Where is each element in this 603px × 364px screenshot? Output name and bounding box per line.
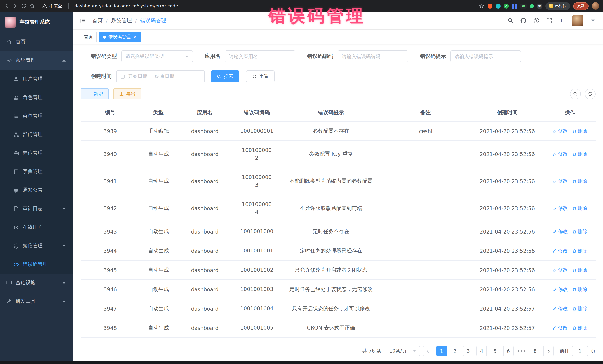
column-header: 类型 <box>140 104 177 121</box>
delete-link[interactable]: 删除 <box>572 151 587 157</box>
prev-page-button[interactable] <box>423 346 433 356</box>
paused-label: 已暂停 <box>555 3 567 9</box>
edit-link[interactable]: 修改 <box>553 151 568 157</box>
browser-home-icon[interactable] <box>29 3 35 9</box>
extension-icon[interactable]: ✓ <box>504 3 509 8</box>
edit-link[interactable]: 修改 <box>553 305 568 312</box>
delete-link[interactable]: 删除 <box>572 128 587 134</box>
tab-首页[interactable]: 首页 <box>80 32 97 42</box>
error-hint-input[interactable] <box>451 50 521 62</box>
font-size-icon[interactable]: TT <box>559 17 566 24</box>
github-icon[interactable] <box>520 17 527 24</box>
page-button-8[interactable]: 8 <box>530 346 540 356</box>
sidebar-item-audit-log[interactable]: 审计日志 <box>0 199 73 218</box>
sidebar-item-label: 在线用户 <box>23 224 43 231</box>
edit-link[interactable]: 修改 <box>553 286 568 293</box>
tab-错误码管理[interactable]: 错误码管理× <box>99 32 141 42</box>
sidebar-item-online-users[interactable]: 在线用户 <box>0 218 73 236</box>
edit-link[interactable]: 修改 <box>553 228 568 235</box>
fullscreen-icon[interactable] <box>546 17 553 24</box>
page-size-select[interactable]: 10条/页 <box>385 346 420 356</box>
delete-link[interactable]: 删除 <box>572 325 587 331</box>
error-type-select[interactable]: 请选择错误码类型 <box>121 50 193 62</box>
sidebar-fold-icon[interactable] <box>80 17 86 24</box>
delete-link[interactable]: 删除 <box>572 178 587 185</box>
edit-link[interactable]: 修改 <box>553 128 568 134</box>
table-toolbar: 新增 导出 <box>81 88 596 99</box>
page-button-1[interactable]: 1 <box>436 346 447 356</box>
breadcrumb-item[interactable]: 首页 <box>93 17 103 24</box>
address-bar[interactable]: dashboard.yudao.iocoder.cn/system/error-… <box>74 3 178 9</box>
error-code-label: 错误码编码 <box>307 53 333 60</box>
tabs-bar: 首页错误码管理× <box>73 30 603 44</box>
edit-link[interactable]: 修改 <box>553 267 568 273</box>
site-security[interactable]: 不安全 <box>42 3 62 9</box>
delete-link[interactable]: 删除 <box>572 205 587 212</box>
extension-grid-icon[interactable] <box>512 3 517 8</box>
delete-link[interactable]: 删除 <box>572 286 587 293</box>
extension-pin-icon[interactable]: ✱ <box>537 3 542 8</box>
sidebar-item-system-management[interactable]: 系统管理 <box>0 51 73 70</box>
sidebar-item-home[interactable]: 首页 <box>0 33 73 51</box>
edit-link[interactable]: 修改 <box>553 247 568 254</box>
search-button[interactable]: 搜索 <box>211 70 239 82</box>
edit-link[interactable]: 修改 <box>553 325 568 331</box>
sidebar-item-post-management[interactable]: 岗位管理 <box>0 144 73 162</box>
date-range-picker[interactable]: 开始日期 - 结束日期 <box>116 70 205 82</box>
extension-icon[interactable] <box>496 3 500 8</box>
extension-on-badge[interactable]: on <box>520 3 526 8</box>
reset-button[interactable]: 重置 <box>246 70 275 82</box>
tab-label: 错误码管理 <box>108 34 131 40</box>
back-icon[interactable] <box>4 3 10 9</box>
page-button-3[interactable]: 3 <box>463 346 474 356</box>
reload-icon[interactable] <box>21 3 27 9</box>
next-page-button[interactable] <box>543 346 554 356</box>
user-avatar[interactable] <box>572 15 583 26</box>
search-icon[interactable] <box>507 17 514 24</box>
sidebar-item-dict-management[interactable]: 字典管理 <box>0 162 73 181</box>
forward-icon[interactable] <box>12 3 18 9</box>
bookmark-star-icon[interactable] <box>479 3 484 9</box>
sidebar-item-menu-management[interactable]: 菜单管理 <box>0 107 73 125</box>
sidebar-item-user-management[interactable]: 用户管理 <box>0 70 73 88</box>
sidebar-item-label: 用户管理 <box>23 76 43 82</box>
app-name-input[interactable] <box>225 50 295 62</box>
edit-link[interactable]: 修改 <box>553 205 568 212</box>
edit-link[interactable]: 修改 <box>553 178 568 185</box>
refresh-table-button[interactable] <box>585 88 596 99</box>
cell-id: 3945 <box>81 260 140 280</box>
sidebar-item-sms-management[interactable]: 短信管理 <box>0 236 73 255</box>
page-button-5[interactable]: 5 <box>490 346 500 356</box>
help-icon[interactable] <box>533 17 540 24</box>
extension-icon[interactable] <box>487 3 492 8</box>
delete-link[interactable]: 删除 <box>572 305 587 312</box>
sidebar-item-infrastructure[interactable]: 基础设施 <box>0 274 73 292</box>
cell-remark <box>381 299 470 318</box>
add-button[interactable]: 新增 <box>81 88 109 99</box>
update-button[interactable]: 更新 <box>573 2 589 10</box>
delete-link[interactable]: 删除 <box>572 228 587 235</box>
sidebar-item-dept-management[interactable]: 部门管理 <box>0 125 73 144</box>
sidebar-item-notice[interactable]: 通知公告 <box>0 181 73 199</box>
breadcrumb-item[interactable]: 系统管理 <box>111 17 132 24</box>
delete-link[interactable]: 删除 <box>572 247 587 254</box>
export-button[interactable]: 导出 <box>113 88 141 99</box>
sidebar-item-role-management[interactable]: 角色管理 <box>0 88 73 107</box>
extension-icon[interactable] <box>530 4 534 8</box>
sidebar-item-error-code-management[interactable]: 错误码管理 <box>0 255 73 274</box>
app-logo[interactable]: 芋道管理系统 <box>0 12 73 33</box>
delete-link[interactable]: 删除 <box>572 267 587 273</box>
show-search-button[interactable] <box>570 88 581 99</box>
page-button-4[interactable]: 4 <box>476 346 487 356</box>
sidebar-item-dev-tools[interactable]: 研发工具 <box>0 292 73 311</box>
chevron-down-icon[interactable] <box>590 17 596 24</box>
browser-profile-avatar[interactable] <box>592 2 599 10</box>
page-more-button[interactable]: ••• <box>517 346 527 356</box>
goto-page-input[interactable] <box>572 346 588 356</box>
close-tab-icon[interactable]: × <box>133 35 137 39</box>
error-code-input[interactable] <box>338 50 408 62</box>
page-button-6[interactable]: 6 <box>503 346 514 356</box>
breadcrumb-separator: / <box>135 18 137 23</box>
paused-pill[interactable]: 已暂停 <box>545 2 570 10</box>
page-button-2[interactable]: 2 <box>450 346 460 356</box>
